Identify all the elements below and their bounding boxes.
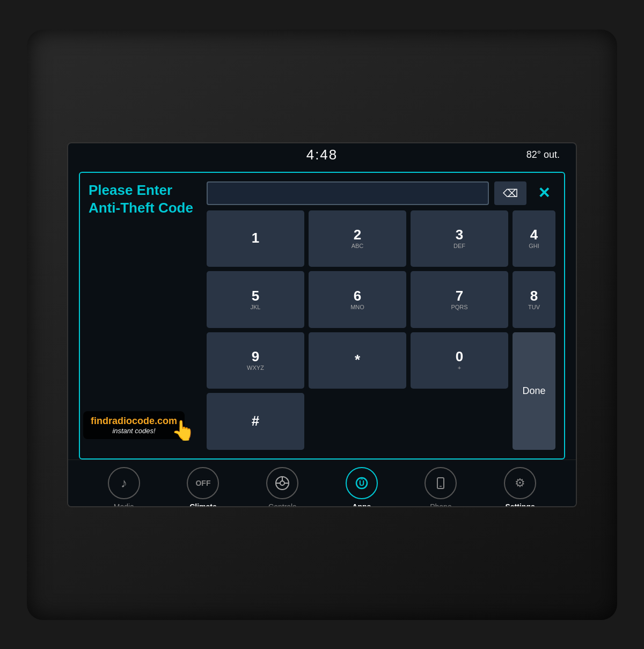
watermark-overlay: findradiocode.com instant codes! 👆 <box>83 411 185 439</box>
key-0[interactable]: 0 + <box>411 332 508 389</box>
keypad: 1 2 ABC 3 DEF 4 <box>207 210 555 450</box>
right-panel: ⌫ ✕ 1 2 <box>207 181 555 450</box>
key-1[interactable]: 1 <box>207 210 304 267</box>
car-bezel: 4:48 82° out. Please Enter Anti-Theft Co… <box>27 30 617 620</box>
nav-climate[interactable]: OFF Climate <box>176 467 230 507</box>
phone-icon <box>425 467 457 499</box>
svg-rect-7 <box>437 478 444 488</box>
controls-icon <box>266 467 298 499</box>
nav-media[interactable]: ♪ Media <box>97 467 151 507</box>
nav-apps[interactable]: Û Apps <box>335 467 389 507</box>
nav-phone[interactable]: Phone <box>414 467 467 507</box>
key-7[interactable]: 7 PQRS <box>411 271 508 328</box>
nav-media-label: Media <box>114 502 134 507</box>
nav-phone-label: Phone <box>430 502 451 507</box>
watermark-url: findradiocode.com <box>91 415 177 427</box>
temperature-display: 82° out. <box>526 149 560 161</box>
key-6[interactable]: 6 MNO <box>309 271 406 328</box>
key-2[interactable]: 2 ABC <box>309 210 406 267</box>
key-3[interactable]: 3 DEF <box>411 210 508 267</box>
bottom-nav: ♪ Media OFF Climate Co <box>68 460 576 507</box>
nav-controls-label: Controls <box>268 502 296 507</box>
main-content: Please Enter Anti-Theft Code findradioco… <box>68 166 576 460</box>
backspace-button[interactable]: ⌫ <box>494 181 526 205</box>
key-star[interactable]: * <box>309 332 406 389</box>
input-row: ⌫ ✕ <box>207 181 555 205</box>
anti-theft-dialog: Please Enter Anti-Theft Code findradioco… <box>79 172 565 460</box>
clock-display: 4:48 <box>306 147 338 163</box>
done-button[interactable]: Done <box>513 332 555 450</box>
hand-cursor-icon: 👆 <box>171 419 195 442</box>
apps-icon: Û <box>346 467 378 499</box>
svg-point-1 <box>280 481 284 485</box>
key-8[interactable]: 8 TUV <box>513 271 555 328</box>
watermark-subtitle: instant codes! <box>91 427 177 435</box>
nav-settings[interactable]: ⚙ Settings <box>493 467 547 507</box>
nav-controls[interactable]: Controls <box>255 467 309 507</box>
nav-climate-label: Climate <box>189 502 217 507</box>
climate-icon: OFF <box>187 467 219 499</box>
nav-settings-label: Settings <box>505 502 535 507</box>
status-bar: 4:48 82° out. <box>68 143 576 166</box>
prompt-title: Please Enter Anti-Theft Code <box>89 181 196 218</box>
key-4[interactable]: 4 GHI <box>513 210 555 267</box>
key-hash[interactable]: # <box>207 393 304 450</box>
key-9[interactable]: 9 WXYZ <box>207 332 304 389</box>
screen: 4:48 82° out. Please Enter Anti-Theft Co… <box>67 142 577 507</box>
left-panel: Please Enter Anti-Theft Code findradioco… <box>89 181 196 450</box>
svg-text:Û: Û <box>359 478 364 487</box>
settings-icon: ⚙ <box>504 467 536 499</box>
code-input-field[interactable] <box>207 181 489 205</box>
close-button[interactable]: ✕ <box>532 181 555 205</box>
key-5[interactable]: 5 JKL <box>207 271 304 328</box>
media-icon: ♪ <box>108 467 140 499</box>
nav-apps-label: Apps <box>352 502 371 507</box>
